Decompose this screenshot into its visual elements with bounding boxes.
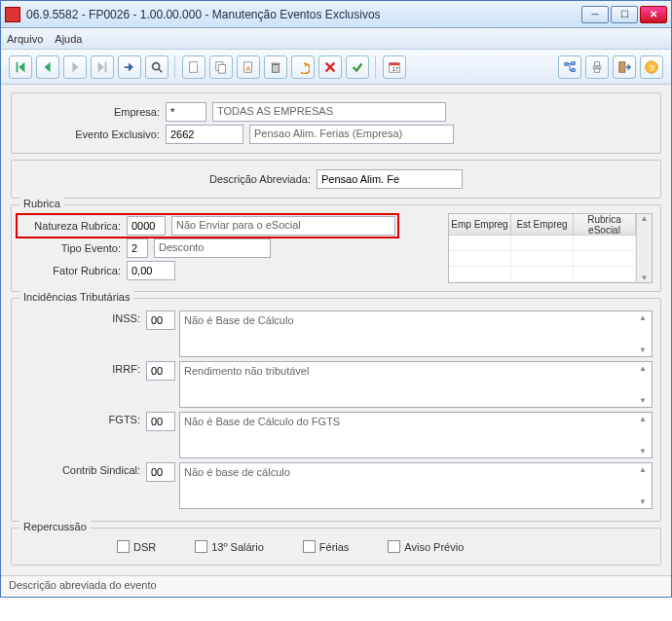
inss-label: INSS:: [19, 312, 146, 324]
evento-desc: Pensao Alim. Ferias (Empresa): [249, 125, 454, 144]
irrf-desc: Rendimento não tributável ▲▼: [179, 361, 653, 408]
close-button[interactable]: ✕: [640, 6, 667, 23]
maximize-button[interactable]: ☐: [611, 6, 638, 23]
scroll-up-icon[interactable]: ▲: [639, 465, 647, 474]
natureza-desc: Não Enviar para o eSocial: [171, 216, 395, 236]
fator-label: Fator Rubrica:: [19, 265, 127, 276]
table-col2[interactable]: Est Empreg: [511, 214, 574, 236]
scroll-up-icon[interactable]: ▲: [639, 364, 647, 373]
empresa-label: Empresa:: [19, 106, 166, 118]
fgts-code-input[interactable]: [146, 412, 175, 431]
sind-code-input[interactable]: [146, 462, 175, 482]
fgts-label: FGTS:: [19, 414, 146, 425]
app-window: 06.9.5582 - FP0026 - 1.00.00.000 - Manut…: [0, 0, 672, 598]
evento-label: Evento Exclusivo:: [19, 128, 166, 140]
evento-code-input[interactable]: [166, 125, 243, 144]
incidencias-fieldset: Incidências Tributárias INSS: Não é Base…: [11, 298, 661, 522]
delete-button[interactable]: [264, 55, 287, 79]
aviso-checkbox[interactable]: Aviso Prévio: [388, 540, 464, 553]
svg-rect-11: [565, 62, 569, 65]
decimo-checkbox[interactable]: 13º Salário: [195, 540, 264, 553]
empresa-desc: TODAS AS EMPRESAS: [212, 102, 446, 122]
scroll-down-icon[interactable]: ▼: [639, 497, 647, 506]
header-panel: Empresa: TODAS AS EMPRESAS Evento Exclus…: [11, 92, 661, 154]
svg-rect-12: [572, 61, 576, 64]
app-icon: [5, 7, 20, 22]
content-area: Empresa: TODAS AS EMPRESAS Evento Exclus…: [1, 85, 671, 575]
search-button[interactable]: [145, 55, 168, 79]
scroll-up-icon[interactable]: ▲: [639, 415, 647, 423]
scroll-down-icon[interactable]: ▼: [639, 346, 647, 354]
table-scrollbar[interactable]: ▲ ▼: [636, 214, 652, 282]
prev-button[interactable]: [36, 55, 59, 79]
undo-button[interactable]: [291, 55, 315, 79]
svg-rect-3: [218, 64, 225, 73]
incidencias-legend: Incidências Tributárias: [19, 291, 133, 303]
svg-point-0: [153, 62, 160, 69]
svg-text:?: ?: [650, 62, 654, 72]
inss-desc: Não é Base de Cálculo ▲▼: [179, 310, 653, 357]
minimize-button[interactable]: ─: [581, 6, 609, 23]
rubrica-fieldset: Rubrica Natureza Rubrica: Não Enviar par…: [11, 204, 661, 292]
menu-bar: Arquivo Ajuda: [1, 28, 671, 50]
svg-rect-7: [272, 62, 280, 64]
confirm-button[interactable]: [346, 55, 369, 79]
cancel-button[interactable]: [318, 55, 342, 79]
table-col1[interactable]: Emp Empreg: [449, 214, 511, 236]
tipoevt-desc: Desconto: [154, 238, 271, 258]
menu-ajuda[interactable]: Ajuda: [55, 33, 82, 45]
status-bar: Descrição abreviada do evento: [1, 575, 671, 597]
window-controls: ─ ☐ ✕: [581, 6, 667, 23]
sind-desc: Não é base de cálculo ▲▼: [179, 462, 653, 509]
next-button[interactable]: [63, 55, 87, 79]
goto-button[interactable]: [118, 55, 141, 79]
svg-rect-16: [594, 68, 599, 72]
first-button[interactable]: [9, 55, 32, 79]
descabrev-input[interactable]: [317, 169, 463, 189]
dsr-checkbox[interactable]: DSR: [117, 540, 156, 553]
help-button[interactable]: ?: [640, 55, 663, 79]
natureza-code-input[interactable]: [127, 216, 166, 236]
new-button[interactable]: [182, 55, 205, 79]
last-button[interactable]: [91, 55, 114, 79]
scroll-up-icon[interactable]: ▲: [639, 313, 647, 322]
svg-text:17: 17: [392, 64, 398, 71]
tipoevt-code-input[interactable]: [127, 238, 148, 258]
exit-button[interactable]: [613, 55, 636, 79]
edit-button[interactable]: A: [237, 55, 260, 79]
rubrica-table[interactable]: Emp Empreg Est Empreg Rubrica eSocial ▲ …: [448, 213, 653, 283]
relations-button[interactable]: [558, 55, 581, 79]
scroll-down-icon[interactable]: ▼: [641, 274, 649, 282]
repercussao-legend: Repercussão: [19, 521, 91, 532]
rubrica-legend: Rubrica: [19, 198, 64, 209]
scroll-up-icon[interactable]: ▲: [641, 214, 649, 223]
ferias-checkbox[interactable]: Férias: [303, 540, 350, 553]
svg-rect-6: [273, 64, 280, 72]
fgts-desc: Não é Base de Cálculo do FGTS ▲▼: [179, 412, 653, 458]
repercussao-fieldset: Repercussão DSR 13º Salário Férias Aviso…: [11, 528, 661, 566]
descabrev-panel: Descrição Abreviada:: [11, 160, 661, 199]
menu-arquivo[interactable]: Arquivo: [7, 33, 43, 45]
copy-button[interactable]: [209, 55, 233, 79]
natureza-label: Natureza Rubrica:: [19, 220, 127, 232]
svg-rect-15: [594, 61, 599, 65]
inss-code-input[interactable]: [146, 310, 175, 330]
irrf-label: IRRF:: [19, 363, 146, 375]
toolbar: A 17 ?: [1, 50, 671, 85]
svg-rect-13: [572, 68, 576, 71]
svg-text:A: A: [245, 64, 250, 71]
svg-rect-1: [190, 61, 198, 72]
print-button[interactable]: [585, 55, 609, 79]
irrf-code-input[interactable]: [146, 361, 175, 381]
calendar-button[interactable]: 17: [383, 55, 406, 79]
window-title: 06.9.5582 - FP0026 - 1.00.00.000 - Manut…: [26, 8, 581, 21]
scroll-down-icon[interactable]: ▼: [639, 447, 647, 456]
svg-rect-17: [619, 61, 625, 72]
empresa-code-input[interactable]: [166, 102, 206, 122]
descabrev-label: Descrição Abreviada:: [209, 173, 317, 185]
table-col3[interactable]: Rubrica eSocial: [574, 214, 636, 236]
fator-input[interactable]: [127, 261, 175, 280]
title-bar: 06.9.5582 - FP0026 - 1.00.00.000 - Manut…: [1, 1, 671, 28]
scroll-down-icon[interactable]: ▼: [639, 396, 647, 405]
tipoevt-label: Tipo Evento:: [19, 242, 127, 254]
